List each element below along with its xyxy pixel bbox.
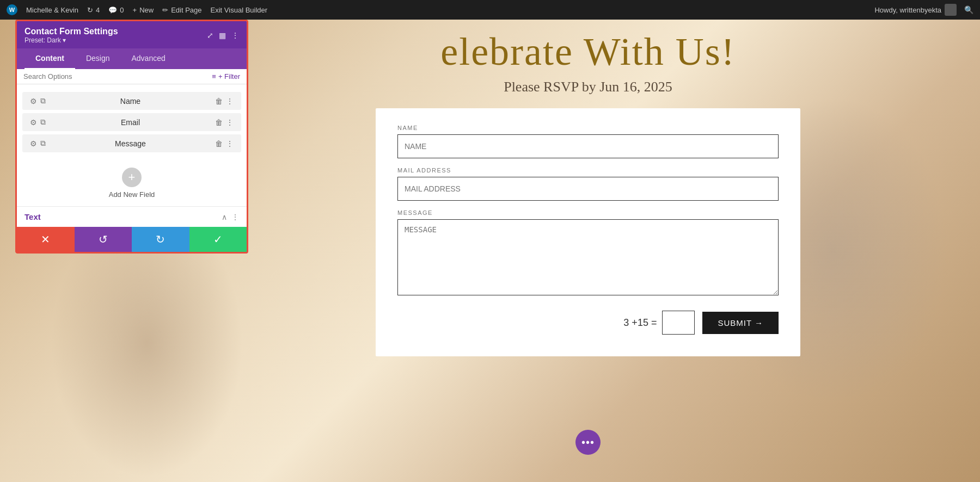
- field-message-label: Message: [50, 139, 211, 148]
- email-input[interactable]: [397, 177, 779, 201]
- page-content: elebrate With Us! Please RSVP by Jun 16,…: [196, 20, 980, 482]
- field-more-icon[interactable]: ⋮: [226, 118, 234, 127]
- edit-page-label: Edit Page: [171, 6, 201, 14]
- chevron-down-icon: ▾: [63, 36, 66, 44]
- field-right-icons: 🗑 ⋮: [215, 97, 234, 106]
- field-settings-icon[interactable]: ⚙: [30, 118, 37, 127]
- panel-search-bar: ≡ + Filter: [17, 69, 247, 84]
- filter-button[interactable]: ≡ + Filter: [212, 72, 240, 81]
- tab-content[interactable]: Content: [24, 48, 75, 69]
- new-btn[interactable]: + New: [133, 6, 154, 14]
- comments-btn[interactable]: 💬 0: [108, 6, 124, 14]
- page-subtitle: Please RSVP by Jun 16, 2025: [504, 79, 672, 95]
- filter-label: + Filter: [218, 72, 240, 81]
- panel-header-actions: ⤢ ▦ ⋮: [207, 31, 239, 40]
- field-left-icons: ⚙ ⧉: [30, 139, 46, 148]
- contact-form: NAME MAIL ADDRESS MESSAGE 3 +15 = SUBMIT…: [376, 108, 800, 356]
- field-duplicate-icon[interactable]: ⧉: [40, 139, 46, 148]
- cancel-button[interactable]: ✕: [17, 227, 75, 252]
- panel-preset-label: Preset: Dark: [24, 36, 61, 44]
- save-button[interactable]: ✓: [189, 227, 247, 252]
- field-row-name: ⚙ ⧉ Name 🗑 ⋮: [22, 92, 241, 110]
- wp-logo-btn[interactable]: W: [7, 4, 17, 15]
- search-input[interactable]: [23, 72, 207, 81]
- site-name-label: Michelle & Kevin: [26, 6, 78, 14]
- field-delete-icon[interactable]: 🗑: [215, 139, 223, 148]
- cancel-icon: ✕: [41, 233, 50, 246]
- undo-button[interactable]: ↺: [75, 227, 132, 252]
- howdy-text: Howdy, writtenbyekta: [874, 4, 957, 16]
- page-title: elebrate With Us!: [440, 30, 736, 73]
- admin-bar-right: Howdy, writtenbyekta 🔍: [874, 4, 973, 16]
- captcha-input[interactable]: [662, 311, 695, 335]
- floating-dots-button[interactable]: •••: [575, 430, 601, 455]
- message-input[interactable]: [397, 219, 779, 295]
- name-input[interactable]: [397, 134, 779, 158]
- panel-header-left: Contact Form Settings Preset: Dark ▾: [24, 27, 118, 44]
- panel-fields: ⚙ ⧉ Name 🗑 ⋮ ⚙ ⧉ Email 🗑 ⋮ ⚙ ⧉: [17, 84, 247, 160]
- comments-count: 0: [120, 6, 124, 14]
- revisions-icon: ↻: [87, 6, 93, 14]
- wp-logo-icon: W: [7, 4, 17, 15]
- field-left-icons: ⚙ ⧉: [30, 96, 46, 106]
- site-name-btn[interactable]: Michelle & Kevin: [26, 6, 78, 14]
- captcha-equation: 3 +15 =: [623, 317, 657, 329]
- panel-bottom-buttons: ✕ ↺ ↻ ✓: [17, 227, 247, 252]
- settings-panel: Contact Form Settings Preset: Dark ▾ ⤢ ▦…: [15, 20, 248, 254]
- field-email-label: Email: [50, 118, 211, 127]
- undo-icon: ↺: [99, 233, 108, 246]
- field-more-icon[interactable]: ⋮: [226, 139, 234, 148]
- form-bottom: 3 +15 = SUBMIT →: [397, 311, 779, 335]
- field-delete-icon[interactable]: 🗑: [215, 97, 223, 106]
- field-duplicate-icon[interactable]: ⧉: [40, 96, 46, 106]
- new-label: New: [139, 6, 154, 14]
- edit-page-btn[interactable]: ✏ Edit Page: [162, 6, 201, 14]
- panel-section-actions: ∧ ⋮: [222, 213, 239, 221]
- revisions-btn[interactable]: ↻ 4: [87, 6, 100, 14]
- collapse-icon[interactable]: ∧: [222, 213, 227, 221]
- field-name-label: Name: [50, 97, 211, 106]
- field-right-icons: 🗑 ⋮: [215, 139, 234, 148]
- name-label: NAME: [397, 125, 779, 131]
- avatar: [945, 4, 957, 16]
- revisions-count: 4: [96, 6, 100, 14]
- tab-advanced[interactable]: Advanced: [120, 48, 176, 69]
- redo-button[interactable]: ↻: [132, 227, 189, 252]
- field-row-message: ⚙ ⧉ Message 🗑 ⋮: [22, 134, 241, 152]
- field-settings-icon[interactable]: ⚙: [30, 139, 37, 148]
- section-more-icon[interactable]: ⋮: [231, 213, 239, 221]
- email-label: MAIL ADDRESS: [397, 167, 779, 174]
- save-icon: ✓: [213, 233, 223, 246]
- new-plus-icon: +: [133, 6, 137, 14]
- field-right-icons: 🗑 ⋮: [215, 118, 234, 127]
- add-new-field-label: Add New Field: [109, 190, 155, 199]
- redo-icon: ↻: [156, 233, 165, 246]
- field-duplicate-icon[interactable]: ⧉: [40, 118, 46, 127]
- submit-button[interactable]: SUBMIT →: [702, 312, 779, 334]
- exit-builder-label: Exit Visual Builder: [211, 6, 268, 14]
- columns-icon[interactable]: ▦: [219, 31, 226, 40]
- expand-icon[interactable]: ⤢: [207, 31, 213, 40]
- comments-icon: 💬: [108, 6, 117, 14]
- more-icon[interactable]: ⋮: [231, 31, 239, 40]
- add-new-field-button[interactable]: +: [122, 168, 142, 187]
- field-settings-icon[interactable]: ⚙: [30, 97, 37, 106]
- submit-label: SUBMIT →: [718, 318, 763, 327]
- panel-title: Contact Form Settings: [24, 27, 118, 36]
- exit-builder-btn[interactable]: Exit Visual Builder: [211, 6, 268, 14]
- panel-preset[interactable]: Preset: Dark ▾: [24, 36, 118, 44]
- field-delete-icon[interactable]: 🗑: [215, 118, 223, 127]
- page-title-text: elebrate With Us!: [440, 30, 736, 73]
- admin-bar: W Michelle & Kevin ↻ 4 💬 0 + New ✏ Edit …: [0, 0, 980, 20]
- panel-section-label: Text: [24, 212, 41, 221]
- panel-tabs: Content Design Advanced: [17, 48, 247, 69]
- message-label: MESSAGE: [397, 209, 779, 216]
- add-new-field-area: + Add New Field: [17, 160, 247, 206]
- field-more-icon[interactable]: ⋮: [226, 97, 234, 106]
- floating-dots-icon: •••: [581, 436, 595, 449]
- field-row-email: ⚙ ⧉ Email 🗑 ⋮: [22, 113, 241, 131]
- captcha-area: 3 +15 =: [623, 311, 695, 335]
- search-icon[interactable]: 🔍: [964, 5, 973, 14]
- tab-design[interactable]: Design: [75, 48, 121, 69]
- field-left-icons: ⚙ ⧉: [30, 118, 46, 127]
